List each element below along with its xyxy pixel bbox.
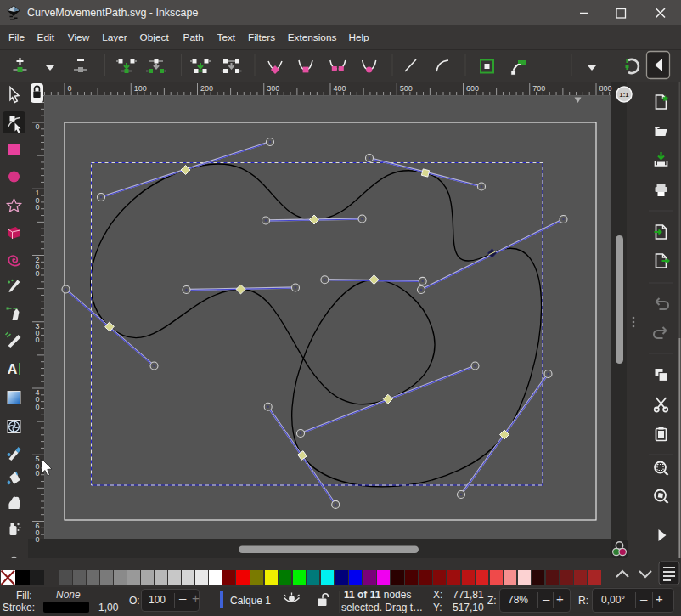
svg-text:700: 700 bbox=[532, 84, 545, 93]
svg-text:0: 0 bbox=[68, 84, 72, 93]
svg-text:100: 100 bbox=[35, 189, 39, 212]
svg-text:500: 500 bbox=[35, 455, 39, 478]
svg-text:200: 200 bbox=[35, 256, 39, 279]
svg-text:100: 100 bbox=[134, 84, 147, 93]
svg-text:1:1: 1:1 bbox=[620, 91, 629, 99]
svg-text:800: 800 bbox=[599, 84, 612, 93]
svg-text:500: 500 bbox=[400, 84, 413, 93]
svg-text:0: 0 bbox=[35, 122, 39, 131]
svg-text:400: 400 bbox=[334, 84, 346, 93]
svg-text:A: A bbox=[8, 362, 18, 376]
svg-text:600: 600 bbox=[466, 84, 479, 93]
svg-text:200: 200 bbox=[200, 84, 213, 93]
svg-text:300: 300 bbox=[35, 322, 39, 345]
svg-text:300: 300 bbox=[267, 84, 279, 93]
svg-text:400: 400 bbox=[35, 388, 39, 411]
svg-text:600: 600 bbox=[35, 522, 39, 545]
